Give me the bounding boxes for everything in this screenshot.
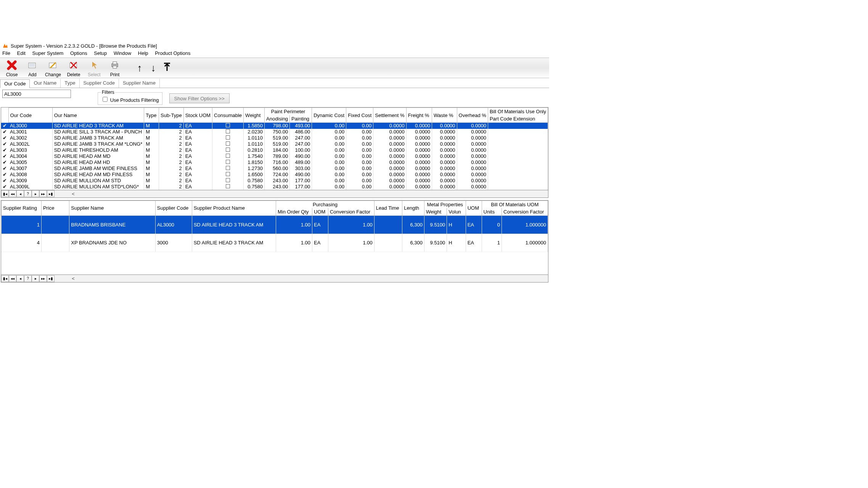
col-weight[interactable]: Weight <box>244 108 265 123</box>
table-row[interactable]: ✔AL3002SD AIRLIE JAMB 3 TRACK AMM2EA1.01… <box>1 135 548 141</box>
scol-name[interactable]: Supplier Name <box>69 201 156 215</box>
scol-units[interactable]: Units <box>482 208 502 216</box>
cell-consumable[interactable] <box>212 141 244 147</box>
col-part-ext[interactable]: Part Code Extension <box>488 115 548 123</box>
col-stock-uom[interactable]: Stock UOM <box>183 108 212 123</box>
cell-consumable[interactable] <box>212 184 244 190</box>
col-consumable[interactable]: Consumable <box>212 108 244 123</box>
menu-help[interactable]: Help <box>138 50 148 56</box>
col-our-name[interactable]: Our Name <box>52 108 144 123</box>
scol-pname[interactable]: Supplier Product Name <box>192 201 276 215</box>
scol-bconv[interactable]: Conversion Factor <box>502 208 548 216</box>
scol-volun[interactable]: Volun <box>447 208 466 216</box>
col-waste[interactable]: Waste % <box>432 108 457 123</box>
snav-last[interactable]: ▸▮ <box>47 275 55 282</box>
table-row[interactable]: ✔AL3004SD AIRLIE HEAD AM MDM2EA1.7540789… <box>1 153 548 159</box>
menu-edit[interactable]: Edit <box>17 50 26 56</box>
table-row[interactable]: ✔AL3005SD AIRLIE HEAD AM HDM2EA1.8150716… <box>1 159 548 165</box>
close-button[interactable]: Close <box>2 59 22 77</box>
scol-weight[interactable]: Weight <box>424 208 447 216</box>
scol-bom[interactable]: Bill Of Materials UOM <box>482 201 548 208</box>
nav-fastfw[interactable]: ▸▸ <box>39 190 47 197</box>
scol-minqty[interactable]: Min Order Qty <box>276 208 312 216</box>
nav-prev[interactable]: ◂ <box>16 190 24 197</box>
use-filtering-checkbox[interactable] <box>103 97 108 102</box>
delete-button[interactable]: Delete <box>63 59 84 77</box>
cell-consumable[interactable] <box>212 123 244 129</box>
scol-price[interactable]: Price <box>41 201 69 215</box>
shscroll-left[interactable]: < <box>70 276 77 281</box>
cell-consumable[interactable] <box>212 135 244 141</box>
use-filtering-label[interactable]: Use Products Filtering <box>101 97 159 103</box>
table-row[interactable]: 4XP BRADNAMS JDE NO3000SD AIRLIE HEAD 3 … <box>2 234 548 252</box>
table-row[interactable]: ✔AL3009SD AIRLIE MULLION AM STDM2EA0.758… <box>1 178 548 184</box>
cell-consumable[interactable] <box>212 172 244 178</box>
tab-supplier-code[interactable]: Supplier Code <box>80 79 119 88</box>
nav-query[interactable]: ? <box>24 190 32 197</box>
scol-rating[interactable]: Supplier Rating <box>2 201 42 215</box>
menu-options[interactable]: Options <box>70 50 87 56</box>
cell-consumable[interactable] <box>212 153 244 159</box>
col-fixed-cost[interactable]: Fixed Cost <box>346 108 373 123</box>
tab-our-code[interactable]: Our Code <box>0 79 30 88</box>
arrow-top-button[interactable] <box>160 62 174 74</box>
col-overhead[interactable]: Overhead % <box>457 108 488 123</box>
tab-type[interactable]: Type <box>61 79 79 88</box>
scol-purchasing[interactable]: Purchasing <box>276 201 374 208</box>
col-painting[interactable]: Painting <box>290 115 312 123</box>
snav-fastbk[interactable]: ◂◂ <box>9 275 16 282</box>
menu-window[interactable]: Window <box>114 50 131 56</box>
col-settlement[interactable]: Settlement % <box>373 108 406 123</box>
cell-consumable[interactable] <box>212 159 244 165</box>
col-bom-group[interactable]: Bill Of Materials Use Only <box>488 108 548 116</box>
table-row[interactable]: ✔AL3007SD AIRLIE JAMB AM WIDE FINLESSM2E… <box>1 165 548 172</box>
snav-next[interactable]: ▸ <box>32 275 39 282</box>
scol-conv[interactable]: Conversion Factor <box>328 208 374 216</box>
col-type[interactable]: Type <box>144 108 159 123</box>
select-button[interactable]: Select <box>84 59 104 77</box>
table-row[interactable]: ✔AL3003SD AIRLIE THRESHOLD AMM2EA0.28101… <box>1 147 548 153</box>
snav-first[interactable]: ▮◂ <box>1 275 9 282</box>
menu-product-options[interactable]: Product Options <box>155 50 190 56</box>
arrow-down-button[interactable]: ↓ <box>146 62 160 74</box>
tab-supplier-name[interactable]: Supplier Name <box>119 79 160 88</box>
snav-query[interactable]: ? <box>24 275 32 282</box>
snav-prev[interactable]: ◂ <box>16 275 24 282</box>
add-button[interactable]: Add <box>22 59 43 77</box>
col-dynamic-cost[interactable]: Dynamic Cost <box>312 108 346 123</box>
cell-consumable[interactable] <box>212 129 244 135</box>
table-row[interactable]: ✔AL3009LSD AIRLIE MULLION AM STD*LONG*M2… <box>1 184 548 190</box>
nav-last[interactable]: ▸▮ <box>47 190 55 197</box>
table-row[interactable]: ✔AL3001SD AIRLIE SILL 3 TRACK AM - PUNCH… <box>1 129 548 135</box>
scol-metal[interactable]: Metal Properties <box>424 201 466 208</box>
cell-consumable[interactable] <box>212 147 244 153</box>
scol-buom[interactable]: UOM <box>466 201 482 215</box>
scol-length[interactable]: Length <box>402 201 424 215</box>
change-button[interactable]: Change <box>43 59 63 77</box>
table-row[interactable]: ✔AL3008SD AIRLIE HEAD AM MD FINLESSM2EA1… <box>1 172 548 178</box>
scol-lead[interactable]: Lead Time <box>374 201 402 215</box>
nav-next[interactable]: ▸ <box>32 190 39 197</box>
table-row[interactable]: ✔AL3000SD AIRLIE HEAD 3 TRACK AMM2EA1.58… <box>1 123 548 129</box>
table-row[interactable]: ✔AL3002LSD AIRLIE JAMB 3 TRACK AM *LONG*… <box>1 141 548 147</box>
col-paint-perimeter[interactable]: Paint Perimeter <box>265 108 312 116</box>
nav-fastbk[interactable]: ◂◂ <box>9 190 16 197</box>
print-button[interactable]: Print <box>104 59 125 77</box>
snav-fastfw[interactable]: ▸▸ <box>39 275 47 282</box>
menu-file[interactable]: File <box>2 50 10 56</box>
nav-first[interactable]: ▮◂ <box>1 190 9 197</box>
show-filter-options-button[interactable]: Show Filter Options >> <box>169 93 230 103</box>
col-our-code[interactable]: Our Code <box>8 108 52 123</box>
table-row[interactable]: 1BRADNAMS BRISBANEAL3000SD AIRLIE HEAD 3… <box>2 215 548 234</box>
tab-our-name[interactable]: Our Name <box>30 79 61 88</box>
col-freight[interactable]: Freight % <box>406 108 432 123</box>
col-anodising[interactable]: Anodising <box>265 115 290 123</box>
code-search-input[interactable] <box>2 90 71 98</box>
hscroll-left[interactable]: < <box>70 191 77 197</box>
scol-code[interactable]: Supplier Code <box>155 201 192 215</box>
cell-consumable[interactable] <box>212 178 244 184</box>
menu-setup[interactable]: Setup <box>94 50 107 56</box>
menu-super-system[interactable]: Super System <box>32 50 64 56</box>
col-sub-type[interactable]: Sub-Type <box>159 108 183 123</box>
arrow-up-button[interactable]: ↑ <box>133 62 146 74</box>
